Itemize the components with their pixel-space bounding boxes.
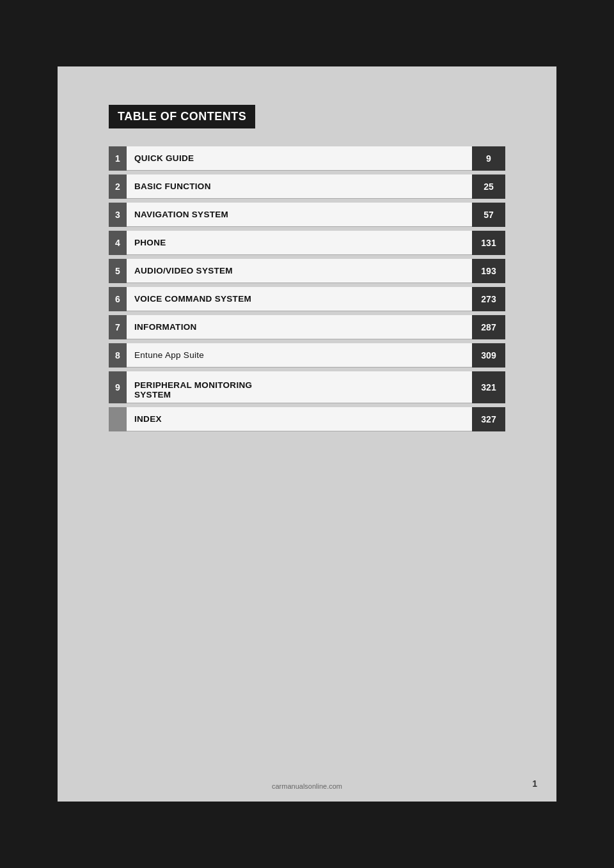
toc-row-3[interactable]: 3 NAVIGATION SYSTEM 57 bbox=[109, 203, 505, 227]
toc-title: TABLE OF CONTENTS bbox=[109, 105, 255, 128]
toc-row-9[interactable]: 9 PERIPHERAL MONITORINGSYSTEM 321 bbox=[109, 371, 505, 403]
page-number: 1 bbox=[532, 779, 537, 789]
toc-label-area-3: NAVIGATION SYSTEM bbox=[127, 203, 472, 227]
toc-page-4: 131 bbox=[472, 231, 505, 255]
toc-label-8: Entune App Suite bbox=[134, 350, 204, 360]
toc-label-area-8: Entune App Suite bbox=[127, 343, 472, 368]
toc-page-2: 25 bbox=[472, 174, 505, 199]
toc-label-area-1: QUICK GUIDE bbox=[127, 146, 472, 171]
toc-label-index: INDEX bbox=[134, 414, 162, 424]
toc-label-area-5: AUDIO/VIDEO SYSTEM bbox=[127, 259, 472, 283]
toc-row-1[interactable]: 1 QUICK GUIDE 9 bbox=[109, 146, 505, 171]
toc-number-7: 7 bbox=[109, 315, 127, 339]
toc-number-2: 2 bbox=[109, 174, 127, 199]
toc-number-9: 9 bbox=[109, 371, 127, 403]
toc-page-8: 309 bbox=[472, 343, 505, 368]
toc-number-3: 3 bbox=[109, 203, 127, 227]
toc-number-1: 1 bbox=[109, 146, 127, 171]
page-container: TABLE OF CONTENTS 1 QUICK GUIDE 9 2 BASI… bbox=[58, 66, 556, 802]
toc-label-5: AUDIO/VIDEO SYSTEM bbox=[134, 266, 233, 275]
toc-row-6[interactable]: 6 VOICE COMMAND SYSTEM 273 bbox=[109, 287, 505, 311]
toc-label-2: BASIC FUNCTION bbox=[134, 182, 211, 191]
toc-number-4: 4 bbox=[109, 231, 127, 255]
toc-number-6: 6 bbox=[109, 287, 127, 311]
toc-label-1: QUICK GUIDE bbox=[134, 153, 194, 163]
toc-label-area-9: PERIPHERAL MONITORINGSYSTEM bbox=[127, 371, 472, 403]
toc-number-index bbox=[109, 407, 127, 431]
toc-row-index[interactable]: INDEX 327 bbox=[109, 407, 505, 431]
toc-list: 1 QUICK GUIDE 9 2 BASIC FUNCTION 25 3 NA… bbox=[109, 146, 505, 435]
toc-label-3: NAVIGATION SYSTEM bbox=[134, 210, 228, 219]
toc-page-5: 193 bbox=[472, 259, 505, 283]
toc-label-area-4: PHONE bbox=[127, 231, 472, 255]
toc-page-7: 287 bbox=[472, 315, 505, 339]
toc-row-5[interactable]: 5 AUDIO/VIDEO SYSTEM 193 bbox=[109, 259, 505, 283]
toc-label-9: PERIPHERAL MONITORINGSYSTEM bbox=[134, 380, 252, 399]
toc-label-area-index: INDEX bbox=[127, 407, 472, 431]
toc-label-4: PHONE bbox=[134, 238, 166, 247]
toc-label-area-6: VOICE COMMAND SYSTEM bbox=[127, 287, 472, 311]
watermark-text: carmanualsonline.com bbox=[272, 782, 342, 790]
toc-row-7[interactable]: 7 INFORMATION 287 bbox=[109, 315, 505, 339]
toc-page-index: 327 bbox=[472, 407, 505, 431]
toc-page-9: 321 bbox=[472, 371, 505, 403]
toc-label-7: INFORMATION bbox=[134, 322, 197, 332]
toc-row-2[interactable]: 2 BASIC FUNCTION 25 bbox=[109, 174, 505, 199]
toc-page-1: 9 bbox=[472, 146, 505, 171]
toc-page-6: 273 bbox=[472, 287, 505, 311]
toc-page-3: 57 bbox=[472, 203, 505, 227]
toc-row-4[interactable]: 4 PHONE 131 bbox=[109, 231, 505, 255]
toc-label-area-7: INFORMATION bbox=[127, 315, 472, 339]
toc-number-8: 8 bbox=[109, 343, 127, 368]
toc-label-area-2: BASIC FUNCTION bbox=[127, 174, 472, 199]
toc-number-5: 5 bbox=[109, 259, 127, 283]
toc-label-6: VOICE COMMAND SYSTEM bbox=[134, 294, 251, 304]
toc-row-8[interactable]: 8 Entune App Suite 309 bbox=[109, 343, 505, 368]
